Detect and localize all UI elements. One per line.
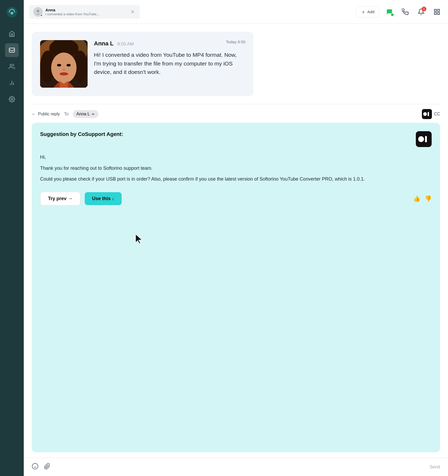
cosupport-logo	[416, 131, 432, 147]
suggestion-panel: Suggestion by CoSupport Agent: Hi, Thank…	[32, 123, 440, 452]
reply-type-label: Public reply	[38, 112, 60, 116]
recipient-name: Anna L	[77, 112, 90, 116]
reply-arrow-icon: ←	[32, 112, 36, 116]
svg-point-25	[60, 72, 68, 76]
suggestion-text: Hi, Thank you for reaching out to Softor…	[40, 153, 432, 183]
svg-point-22	[57, 64, 61, 67]
chat-online-dot	[391, 13, 394, 16]
use-this-button[interactable]: Use this ↓	[85, 192, 122, 205]
svg-point-31	[32, 463, 38, 469]
sidebar	[0, 0, 24, 476]
feedback-icons: 👍 👎	[413, 195, 432, 202]
suggestion-actions: Try prev → Use this ↓ 👍 👎	[40, 192, 432, 206]
tab-avatar	[33, 7, 43, 17]
plus-icon: ＋	[361, 9, 366, 15]
cosupport-mini-icon	[422, 109, 432, 119]
notification-badge: 1	[422, 7, 426, 11]
main-area: Anna I converted a video from YouTube...…	[24, 0, 448, 476]
svg-rect-10	[434, 9, 436, 11]
tab-name: Anna	[45, 8, 127, 12]
message-avatar	[40, 40, 88, 88]
suggestion-greeting: Hi,	[40, 153, 432, 161]
send-button[interactable]: Send	[430, 464, 440, 470]
svg-point-23	[66, 64, 71, 67]
sidebar-item-reports[interactable]	[5, 76, 19, 90]
reply-bar: ← Public reply To Anna L ✏ CC	[32, 104, 440, 123]
message-author: Anna L	[94, 40, 114, 47]
add-label: Add	[367, 10, 374, 14]
message-header: Anna L 9:50 AM	[94, 40, 245, 47]
chat-icon-button[interactable]	[384, 6, 395, 18]
suggestion-line1: Thank you for reaching out to Softorino …	[40, 164, 432, 172]
svg-point-1	[11, 12, 13, 15]
svg-point-9	[37, 10, 39, 12]
conversation-tab[interactable]: Anna I converted a video from YouTube...…	[29, 5, 140, 19]
tab-preview: I converted a video from YouTube...	[45, 12, 127, 16]
recipient-tag[interactable]: Anna L ✏	[73, 110, 99, 118]
cursor	[135, 234, 144, 246]
try-prev-button[interactable]: Try prev →	[40, 192, 80, 206]
topbar-actions: ＋ Add 1	[356, 6, 443, 18]
content-area: Anna L 9:50 AM Hi! I converted a video f…	[24, 24, 448, 458]
reply-to-label: To	[64, 112, 69, 116]
sidebar-item-settings[interactable]	[5, 92, 19, 106]
message-card: Anna L 9:50 AM Hi! I converted a video f…	[32, 32, 253, 96]
thumbs-down-icon[interactable]: 👎	[425, 195, 432, 202]
online-dot	[40, 14, 43, 17]
cc-button[interactable]: CC	[422, 109, 440, 119]
notification-icon-button[interactable]: 1	[415, 6, 427, 18]
sidebar-item-home[interactable]	[5, 27, 19, 41]
svg-rect-11	[437, 9, 440, 11]
svg-point-24	[63, 69, 65, 71]
svg-rect-2	[9, 48, 15, 52]
edit-icon: ✏	[92, 112, 95, 116]
bottom-toolbar: Send	[24, 458, 448, 476]
svg-rect-12	[434, 12, 436, 15]
message-body: Anna L 9:50 AM Hi! I converted a video f…	[94, 40, 245, 77]
cc-label: CC	[434, 112, 440, 116]
close-tab-button[interactable]: ✕	[130, 8, 136, 16]
attachment-icon-button[interactable]	[44, 463, 51, 471]
message-text: Hi! I converted a video from YouTube to …	[94, 51, 245, 77]
avatar-image	[40, 40, 88, 88]
svg-point-21	[51, 53, 77, 83]
sidebar-item-inbox[interactable]	[5, 43, 19, 57]
suggestion-header: Suggestion by CoSupport Agent:	[40, 131, 432, 147]
emoji-icon-button[interactable]	[32, 463, 39, 471]
svg-point-27	[423, 112, 427, 116]
svg-rect-28	[428, 112, 429, 116]
grid-icon-button[interactable]	[431, 6, 443, 18]
thumbs-up-icon[interactable]: 👍	[413, 195, 420, 202]
reply-type-button[interactable]: ← Public reply	[32, 112, 60, 116]
message-timestamp: Today 9:50	[226, 40, 245, 44]
phone-icon-button[interactable]	[399, 6, 411, 18]
suggestion-title: Suggestion by CoSupport Agent:	[40, 131, 123, 137]
svg-point-7	[11, 98, 13, 100]
add-button[interactable]: ＋ Add	[356, 6, 379, 17]
svg-point-29	[418, 136, 424, 142]
tab-info: Anna I converted a video from YouTube...	[45, 8, 127, 16]
svg-point-3	[10, 64, 12, 66]
sidebar-logo	[5, 5, 19, 19]
message-time: 9:50 AM	[117, 41, 134, 47]
topbar: Anna I converted a video from YouTube...…	[24, 0, 448, 24]
suggestion-line2: Could you please check if your USB port …	[40, 175, 432, 183]
sidebar-item-users[interactable]	[5, 60, 19, 73]
svg-rect-13	[437, 12, 440, 15]
svg-rect-30	[425, 136, 427, 142]
